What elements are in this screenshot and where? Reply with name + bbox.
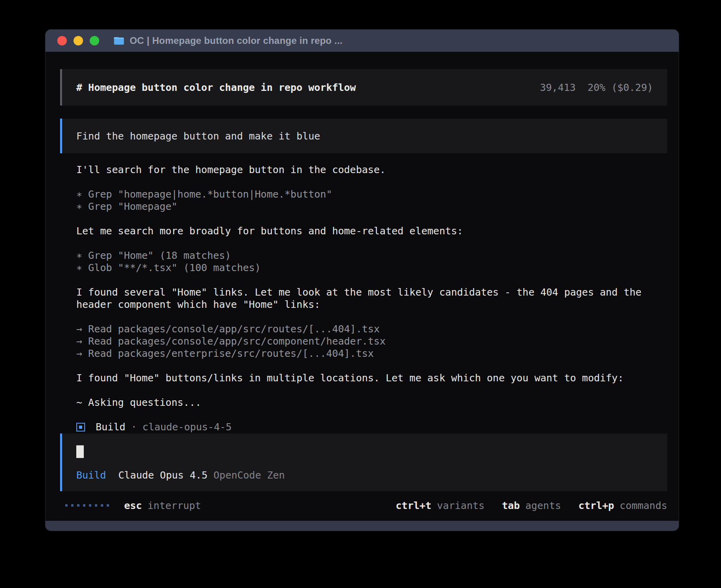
agent-build-icon xyxy=(76,423,85,432)
shortcut-variants[interactable]: ctrl+t variants xyxy=(396,500,485,511)
agent-name: Build xyxy=(96,421,125,433)
close-button[interactable] xyxy=(57,36,67,45)
tool-call-line: → Read packages/enterprise/src/routes/[.… xyxy=(76,347,668,360)
agent-separator: · xyxy=(131,421,137,433)
assistant-text-line xyxy=(76,213,668,225)
tool-call-line: → Read packages/console/app/src/routes/[… xyxy=(76,323,668,335)
agent-model: claude-opus-4-5 xyxy=(142,421,232,433)
folder-icon xyxy=(113,36,125,45)
spinner-dots xyxy=(65,504,109,507)
assistant-text-line xyxy=(76,384,668,396)
assistant-text-line: ~ Asking questions... xyxy=(76,396,668,409)
user-message-text: Find the homepage button and make it blu… xyxy=(76,130,320,142)
assistant-text-line xyxy=(76,360,668,372)
status-bar: esc interrupt ctrl+t variants tab agents… xyxy=(65,499,667,511)
esc-key-label[interactable]: esc xyxy=(124,500,142,511)
terminal-content: # Homepage button color change in repo w… xyxy=(45,52,679,521)
input-mode-label[interactable]: Build xyxy=(76,469,106,481)
assistant-text-line: I found several "Home" links. Let me loo… xyxy=(76,286,668,311)
agent-status-row: Build · claude-opus-4-5 xyxy=(76,421,667,433)
status-right: ctrl+t variants tab agents ctrl+p comman… xyxy=(378,500,667,511)
tool-call-line: ∗ Glob "**/*.tsx" (100 matches) xyxy=(76,262,668,274)
zoom-button[interactable] xyxy=(90,36,99,45)
assistant-text-line xyxy=(76,311,668,323)
prompt-input[interactable]: Build Claude Opus 4.5 OpenCode Zen xyxy=(60,433,667,491)
window-title: OC | Homepage button color change in rep… xyxy=(130,35,342,46)
terminal-window: OC | Homepage button color change in rep… xyxy=(45,30,679,531)
input-model-label[interactable]: Claude Opus 4.5 xyxy=(118,469,208,481)
tool-call-line: → Read packages/console/app/src/componen… xyxy=(76,335,668,347)
assistant-text-line: I found "Home" buttons/links in multiple… xyxy=(76,372,668,384)
shortcut-agents[interactable]: tab agents xyxy=(502,500,561,511)
session-header: # Homepage button color change in repo w… xyxy=(60,69,667,106)
tool-call-line: ∗ Grep "homepage|home.*button|Home.*butt… xyxy=(76,188,668,200)
assistant-text-line: I'll search for the homepage button in t… xyxy=(76,164,668,176)
titlebar[interactable]: OC | Homepage button color change in rep… xyxy=(45,30,679,52)
window-bottom-edge xyxy=(45,521,679,531)
assistant-text-line xyxy=(76,274,668,286)
assistant-text-line xyxy=(76,176,668,188)
status-left: esc interrupt xyxy=(65,500,201,511)
traffic-lights xyxy=(57,36,99,45)
assistant-transcript: I'll search for the homepage button in t… xyxy=(76,164,668,409)
tool-call-line: ∗ Grep "Homepage" xyxy=(76,200,668,213)
input-meta: Build Claude Opus 4.5 OpenCode Zen xyxy=(76,469,285,481)
assistant-text-line: Let me search more broadly for buttons a… xyxy=(76,225,668,237)
tool-call-line: ∗ Grep "Home" (18 matches) xyxy=(76,249,668,262)
shortcut-commands[interactable]: ctrl+p commands xyxy=(578,500,667,511)
assistant-text-line xyxy=(76,237,668,249)
user-message: Find the homepage button and make it blu… xyxy=(60,119,667,153)
input-provider-label: OpenCode Zen xyxy=(213,469,285,481)
session-stats: 39,413 20% ($0.29) xyxy=(540,82,653,93)
minimize-button[interactable] xyxy=(74,36,83,45)
interrupt-hint: interrupt xyxy=(147,500,201,511)
session-title: # Homepage button color change in repo w… xyxy=(76,82,356,93)
text-cursor xyxy=(76,445,84,458)
